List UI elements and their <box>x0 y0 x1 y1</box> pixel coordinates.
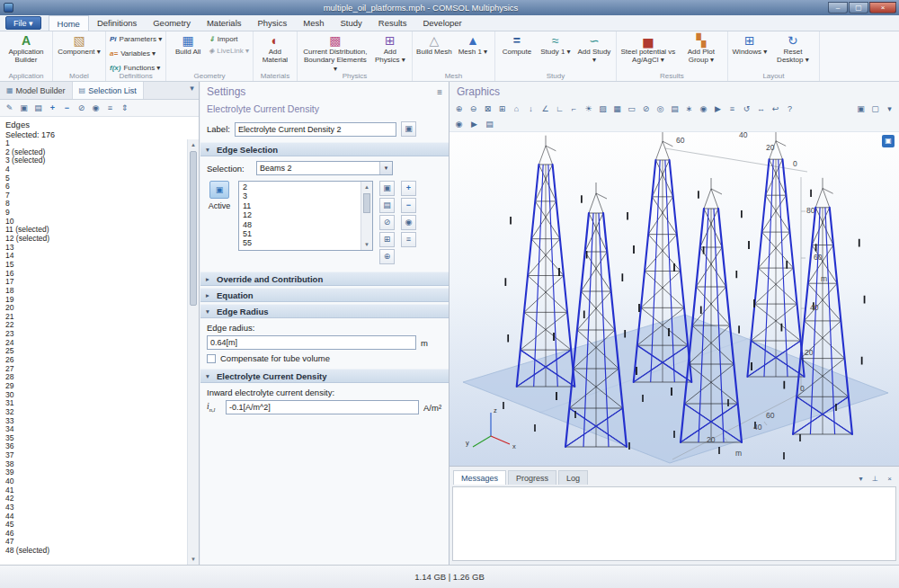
edge-list-item[interactable]: 26 <box>5 356 187 365</box>
edge-list-item[interactable]: 7 <box>5 192 187 200</box>
edge-list-item[interactable]: 5 <box>5 174 187 183</box>
go-to-xy-view-icon[interactable]: ∠ <box>539 102 552 116</box>
remove-entity-icon[interactable]: − <box>401 198 416 213</box>
edge-list-item[interactable]: 27 <box>5 365 187 374</box>
component-button[interactable]: ▧ Component ▾ <box>57 33 102 71</box>
chevron-down-icon[interactable]: ▾ <box>855 473 867 485</box>
view-orientation-icon[interactable]: ↓ <box>524 102 538 116</box>
scene-menu-icon[interactable]: ▣ <box>882 135 895 147</box>
selection-number-item[interactable]: 3 <box>243 192 360 200</box>
edge-list-item[interactable]: 45 <box>5 521 187 530</box>
edge-list-item[interactable]: 4 <box>5 165 187 174</box>
compensate-checkbox[interactable] <box>207 354 216 363</box>
edge-list-item[interactable]: 40 <box>5 477 187 486</box>
tab-model-builder[interactable]: ▦ Model Builder <box>0 82 73 99</box>
edge-list-item[interactable]: 48 (selected) <box>5 547 187 556</box>
filter-icon[interactable]: ≡ <box>103 102 117 115</box>
edge-list-item[interactable]: 43 <box>5 503 187 512</box>
deselect-box-icon[interactable]: ⊘ <box>639 102 653 116</box>
ribbon-tab[interactable]: Geometry <box>145 15 199 31</box>
add-plot-group-button[interactable]: ▚ Add Plot Group ▾ <box>679 33 724 71</box>
edge-list-item[interactable]: 39 <box>5 468 187 477</box>
activate-selection-icon[interactable]: ◉ <box>401 215 416 230</box>
pan-view-icon[interactable]: ↔ <box>754 102 768 116</box>
rotate-view-icon[interactable]: ↺ <box>740 102 753 116</box>
selection-number-item[interactable]: 51 <box>243 229 360 238</box>
edge-list-item[interactable]: 33 <box>5 417 187 426</box>
edge-list-item[interactable]: 38 <box>5 460 187 469</box>
import-button[interactable]: ⇓ Import <box>209 33 249 45</box>
add-physics-button[interactable]: ⊞ Add Physics ▾ <box>372 33 408 73</box>
chevron-down-icon[interactable]: ▼ <box>379 162 392 174</box>
edge-list-item[interactable]: 37 <box>5 451 187 460</box>
panel-menu-icon[interactable]: ▾ <box>883 102 896 116</box>
edge-list-item[interactable]: 18 <box>5 287 187 296</box>
title-bar[interactable]: multiple_oil_platforms.mph - COMSOL Mult… <box>0 0 899 15</box>
edge-radius-input[interactable] <box>207 335 416 350</box>
current-distribution-button[interactable]: ▩ Current Distribution, Boundary Element… <box>301 33 369 73</box>
add-entity-icon[interactable]: + <box>401 181 416 196</box>
build-all-button[interactable]: ▦ Build All <box>170 33 206 71</box>
selection-number-item[interactable]: 12 <box>243 210 360 219</box>
parameters-button[interactable]: Pi Parameters ▾ <box>110 33 162 45</box>
selection-number-item[interactable]: 58 <box>243 248 360 251</box>
application-builder-button[interactable]: A Application Builder <box>4 33 49 71</box>
edge-list-item[interactable]: 34 <box>5 425 187 434</box>
file-menu-button[interactable]: File ▾ <box>5 16 41 30</box>
edge-list-item[interactable]: 41 <box>5 486 187 495</box>
scroll-up-icon[interactable]: ▲ <box>361 182 372 192</box>
ribbon-tab[interactable]: Definitions <box>89 15 145 31</box>
windows-button[interactable]: ⊞ Windows ▾ <box>732 33 768 71</box>
edge-list-item[interactable]: 46 <box>5 530 187 539</box>
edge-list-item[interactable]: 17 <box>5 278 187 287</box>
edge-list-item[interactable]: 29 <box>5 382 187 391</box>
edge-list-item[interactable]: 14 <box>5 252 187 261</box>
label-visibility-icon[interactable]: ▣ <box>401 121 416 137</box>
maximize-button[interactable]: ▢ <box>849 2 868 13</box>
graphics-canvas[interactable]: 60 40 20 0 80 60 m 40 20 0 60 40 20 m <box>450 131 899 466</box>
edge-list-item[interactable]: 25 <box>5 347 187 356</box>
settings-menu-icon[interactable]: ≡ <box>437 87 442 97</box>
zoom-box-icon[interactable]: ⊞ <box>495 102 509 116</box>
go-to-zx-view-icon[interactable]: ⌐ <box>567 102 581 116</box>
show-selection-icon[interactable]: ◉ <box>89 102 102 115</box>
active-toggle-button[interactable]: ▣ <box>209 181 229 199</box>
scroll-down-icon[interactable]: ▼ <box>188 554 199 565</box>
clear-selection-icon[interactable]: ⊘ <box>379 215 395 230</box>
edge-list-item[interactable]: 32 <box>5 408 187 417</box>
ribbon-tab[interactable]: Study <box>332 15 369 31</box>
edge-list-item[interactable]: 30 <box>5 391 187 400</box>
selection-number-item[interactable]: 2 <box>243 183 360 192</box>
edge-list-item[interactable]: 16 <box>5 270 187 279</box>
ribbon-tab[interactable]: Home <box>49 15 89 31</box>
section-edge-radius[interactable]: ▾ Edge Radius <box>200 304 449 318</box>
edge-list-item[interactable]: 22 <box>5 321 187 330</box>
ribbon-tab[interactable]: Results <box>370 15 415 31</box>
close-button[interactable]: × <box>869 2 896 13</box>
edge-list-item[interactable]: 3 (selected) <box>5 156 187 165</box>
scene-light-icon[interactable]: ☀ <box>582 102 595 116</box>
edit-icon[interactable]: ✎ <box>3 102 16 115</box>
scroll-up-icon[interactable]: ▲ <box>188 139 199 150</box>
edge-list-item[interactable]: 8 <box>5 200 187 209</box>
section-edge-selection[interactable]: ▾ Edge Selection <box>200 142 449 156</box>
paste-icon[interactable]: ▤ <box>31 102 45 115</box>
transparency-icon[interactable]: ▨ <box>596 102 610 116</box>
mesh-1-button[interactable]: ▲ Mesh 1 ▾ <box>455 33 491 71</box>
steel-potential-plot-button[interactable]: ▅ Steel potential vs Ag/AgCl ▾ <box>620 33 676 71</box>
selection-list-scrollbar[interactable]: ▲ ▼ <box>360 182 372 250</box>
camera-icon[interactable]: ◉ <box>452 118 466 131</box>
study-1-button[interactable]: ≈ Study 1 ▾ <box>538 33 574 71</box>
edge-list-item[interactable]: 20 <box>5 304 187 313</box>
zoom-out-icon[interactable]: ⊖ <box>467 102 480 116</box>
ribbon-tab[interactable]: Physics <box>250 15 296 31</box>
edge-list-item[interactable]: 31 <box>5 399 187 408</box>
edge-list-item[interactable]: 24 <box>5 339 187 348</box>
build-mesh-button[interactable]: △ Build Mesh <box>416 33 452 71</box>
create-selection-icon[interactable]: ⊞ <box>379 232 395 247</box>
messages-panel-tab[interactable]: Progress <box>508 470 556 485</box>
selection-settings-icon[interactable]: ≡ <box>401 232 416 247</box>
movie-icon[interactable]: ▶ <box>467 118 481 131</box>
selection-number-item[interactable]: 55 <box>243 238 360 247</box>
sort-icon[interactable]: ⇕ <box>118 102 131 115</box>
